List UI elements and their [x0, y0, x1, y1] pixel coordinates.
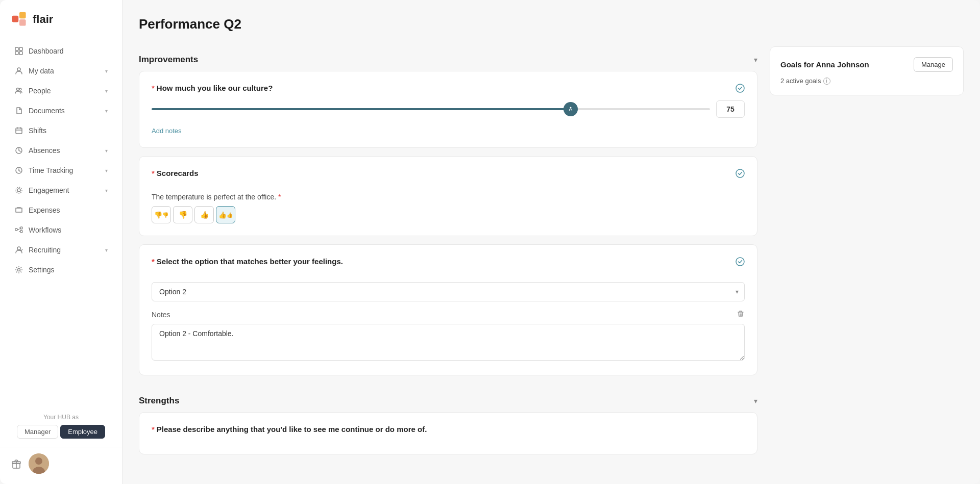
feelings-select[interactable]: Option 1 Option 2 Option 3	[152, 282, 745, 301]
flair-logo-icon	[10, 10, 29, 29]
logo-area: flair	[0, 10, 122, 41]
gift-icon[interactable]	[10, 457, 22, 470]
rating-btn-strongly-disagree[interactable]: 👎👎	[152, 206, 171, 223]
sidebar-item-my-data[interactable]: My data ▾	[4, 61, 118, 81]
sidebar-item-workflows[interactable]: Workflows	[4, 220, 118, 240]
right-panel: Goals for Anna Johnson Manage 2 active g…	[770, 46, 964, 463]
delete-icon[interactable]	[737, 310, 745, 320]
people-icon	[14, 86, 23, 95]
sidebar-label-workflows: Workflows	[29, 226, 61, 234]
svg-point-7	[17, 68, 20, 71]
sidebar-label-time-tracking: Time Tracking	[29, 166, 73, 174]
svg-point-18	[17, 247, 20, 250]
sidebar-label-absences: Absences	[29, 146, 60, 155]
content-grid: Improvements ▾ *How much you like our cu…	[139, 46, 964, 463]
svg-point-27	[570, 107, 571, 109]
sidebar-item-time-tracking[interactable]: Time Tracking ▾	[4, 161, 118, 180]
sidebar-item-dashboard[interactable]: Dashboard	[4, 41, 118, 61]
sidebar-item-engagement[interactable]: Engagement ▾	[4, 181, 118, 200]
document-icon	[14, 106, 23, 115]
svg-point-14	[16, 187, 22, 193]
culture-slider[interactable]: 75	[152, 100, 745, 118]
feelings-question-card: *Select the option that matches better y…	[139, 244, 757, 375]
role-toggle: Manager Employee	[10, 425, 112, 439]
improvements-section-header: Improvements ▾	[139, 46, 757, 71]
hub-label: Your HUB as	[10, 414, 112, 421]
svg-rect-5	[15, 52, 18, 55]
grid-icon	[14, 46, 23, 56]
hub-switcher: Your HUB as Manager Employee	[0, 405, 122, 447]
sidebar-label-recruiting: Recruiting	[29, 246, 61, 254]
svg-rect-6	[19, 52, 22, 55]
sidebar: flair Dashboard My data ▾	[0, 0, 122, 484]
manage-button[interactable]: Manage	[914, 57, 953, 72]
strengths-section-header: Strengths ▾	[139, 388, 757, 412]
feelings-select-wrapper[interactable]: Option 1 Option 2 Option 3 ▾	[152, 282, 745, 301]
notes-row: Notes	[152, 310, 745, 320]
main-nav: Dashboard My data ▾ People	[0, 41, 122, 280]
sidebar-label-people: People	[29, 87, 51, 95]
chevron-down-icon: ▾	[105, 68, 108, 74]
avatar[interactable]	[29, 453, 49, 474]
sidebar-label-dashboard: Dashboard	[29, 47, 64, 55]
slider-value: 75	[716, 100, 745, 118]
goals-count: 2 active goals i	[780, 77, 953, 85]
chevron-down-icon-recruiting: ▾	[105, 247, 108, 253]
rating-btn-agree[interactable]: 👍	[194, 206, 214, 223]
svg-point-8	[17, 88, 19, 91]
sidebar-item-absences[interactable]: Absences ▾	[4, 141, 118, 160]
chevron-down-icon-absences: ▾	[105, 148, 108, 154]
recruiting-icon	[14, 245, 23, 254]
svg-rect-4	[19, 47, 22, 50]
rating-buttons-group: 👎👎 👎 👍 👍👍	[152, 206, 745, 223]
engagement-icon	[14, 186, 23, 195]
absences-icon	[14, 146, 23, 155]
rating-btn-strongly-agree[interactable]: 👍👍	[216, 206, 235, 223]
svg-point-13	[17, 189, 20, 192]
goals-title: Goals for Anna Johnson	[780, 60, 869, 69]
svg-point-9	[19, 88, 21, 90]
add-notes-link[interactable]: Add notes	[152, 127, 182, 135]
sidebar-item-shifts[interactable]: Shifts	[4, 121, 118, 140]
page-title: Performance Q2	[139, 16, 964, 32]
svg-rect-0	[12, 16, 19, 22]
scorecards-card: *Scorecards The temperature is perfect a…	[139, 156, 757, 236]
strengths-title: Strengths	[139, 396, 179, 406]
sidebar-item-recruiting[interactable]: Recruiting ▾	[4, 240, 118, 260]
improvements-title: Improvements	[139, 55, 198, 65]
user-area	[0, 447, 122, 474]
clock-icon	[14, 166, 23, 175]
sidebar-item-documents[interactable]: Documents ▾	[4, 101, 118, 120]
sub-question-label: The temperature is perfect at the office…	[152, 193, 745, 201]
settings-icon	[14, 265, 23, 274]
culture-question-card: *How much you like our culture?	[139, 71, 757, 148]
check-icon-q1	[736, 84, 745, 95]
strengths-question-label: *Please describe anything that you'd lik…	[152, 425, 745, 434]
rating-btn-disagree[interactable]: 👎	[173, 206, 192, 223]
info-icon[interactable]: i	[823, 78, 830, 85]
svg-rect-1	[19, 12, 26, 19]
svg-rect-16	[20, 227, 22, 229]
strengths-chevron-icon[interactable]: ▾	[754, 397, 757, 405]
sidebar-label-engagement: Engagement	[29, 186, 69, 194]
slider-thumb[interactable]	[564, 102, 578, 116]
required-star: *	[152, 84, 155, 92]
slider-track	[152, 108, 710, 110]
app-name: flair	[33, 13, 53, 26]
user-icon	[14, 66, 23, 75]
scorecards-label: *Scorecards	[152, 169, 199, 177]
employee-button[interactable]: Employee	[60, 425, 105, 439]
improvements-chevron-icon[interactable]: ▾	[754, 56, 757, 64]
manager-button[interactable]: Manager	[17, 425, 58, 439]
sidebar-item-expenses[interactable]: Expenses	[4, 200, 118, 220]
main-content: Performance Q2 Improvements ▾ *How much …	[122, 0, 980, 484]
expenses-icon	[14, 206, 23, 215]
sidebar-label-documents: Documents	[29, 107, 65, 115]
sidebar-item-people[interactable]: People ▾	[4, 81, 118, 100]
notes-textarea[interactable]: Option 2 - Comfortable.	[152, 324, 745, 361]
slider-fill	[152, 108, 571, 110]
notes-label: Notes	[152, 311, 170, 319]
shifts-icon	[14, 126, 23, 135]
sidebar-label-shifts: Shifts	[29, 126, 46, 135]
sidebar-item-settings[interactable]: Settings	[4, 260, 118, 279]
